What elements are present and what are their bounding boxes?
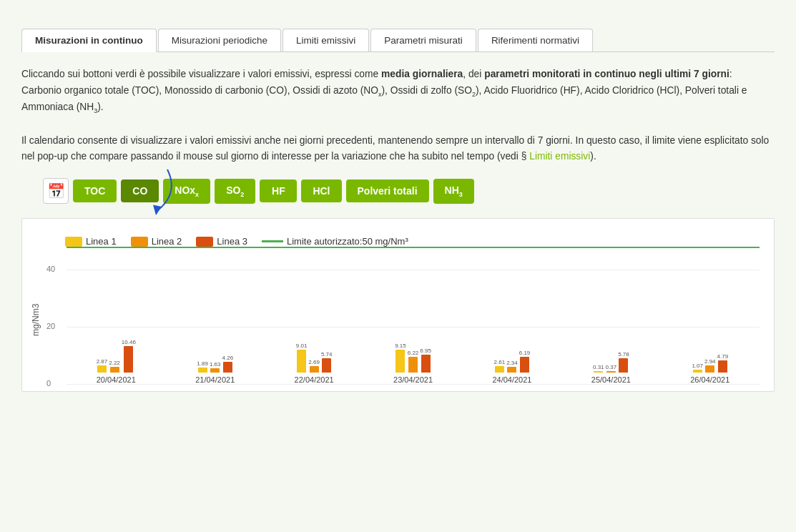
tab-limiti-emissivi[interactable]: Limiti emissivi — [282, 29, 369, 51]
bar-1-l2 — [210, 368, 220, 373]
param-btn-NOx[interactable]: NOxx — [163, 179, 210, 204]
chart-inner: 020402.872.2210.4620/04/20211.891.634.26… — [45, 255, 760, 384]
chart-area: mg/Nm3 020402.872.2210.4620/04/20211.891… — [29, 255, 760, 384]
bar-4-l3 — [520, 357, 529, 373]
legend-item-l2: Linea 2 — [131, 236, 182, 247]
bar-3-l1 — [395, 350, 405, 373]
bar-4-l1 — [495, 366, 504, 373]
bar-2-l3 — [322, 358, 331, 373]
legend-label-l3: Linea 3 — [217, 236, 247, 247]
bar-val-4-l2: 2.34 — [506, 360, 518, 366]
calendar-button[interactable]: 📅 — [43, 178, 69, 204]
day-label-1: 21/04/2021 — [195, 375, 235, 384]
legend-label-l2: Linea 2 — [152, 236, 182, 247]
day-group-6: 1.072.944.7926/04/2021 — [690, 353, 729, 384]
tab-riferimenti-normativi[interactable]: Riferimenti normativi — [478, 29, 593, 51]
legend-limit-line — [262, 240, 283, 242]
bars-row: 2.872.2210.4620/04/20211.891.634.2621/04… — [67, 255, 760, 384]
bar-2-l1 — [297, 350, 306, 373]
bar-6-l1 — [693, 370, 702, 373]
bar-0-l3 — [124, 346, 133, 373]
bar-6-l2 — [705, 365, 714, 373]
grid-line-0 — [67, 384, 760, 385]
legend-item-l3: Linea 3 — [196, 236, 247, 247]
bar-val-5-l1: 0.31 — [593, 364, 604, 370]
bar-1-l3 — [223, 362, 232, 373]
bar-val-4-l1: 2.61 — [494, 359, 506, 365]
bar-1-l1 — [198, 368, 207, 373]
legend-limit-label: Limite autorizzato:50 mg/Nm³ — [287, 236, 408, 247]
bar-0-l2 — [110, 367, 119, 373]
bar-val-1-l3: 4.26 — [222, 355, 234, 361]
bar-val-0-l1: 2.87 — [97, 358, 108, 365]
tab-parametri-misurati[interactable]: Parametri misurati — [370, 29, 476, 51]
bar-2-l2 — [310, 366, 319, 373]
legend-item-l1: Linea 1 — [65, 236, 117, 247]
chart-legend: Linea 1Linea 2Linea 3Limite autorizzato:… — [65, 236, 760, 247]
param-btn-Polveri[interactable]: Polveri totali — [346, 179, 429, 202]
param-btn-HCl[interactable]: HCl — [301, 179, 341, 202]
bar-val-3-l1: 9.15 — [395, 343, 406, 349]
param-btn-NH3[interactable]: NH3 — [433, 179, 474, 204]
bar-5-l3 — [619, 358, 628, 373]
day-label-6: 26/04/2021 — [690, 375, 729, 384]
legend-color-l2 — [131, 237, 148, 247]
day-group-0: 2.872.2210.4620/04/2021 — [97, 339, 136, 384]
day-group-3: 9.156.226.9523/04/2021 — [393, 343, 433, 385]
limit-line — [67, 247, 760, 248]
bar-val-0-l2: 2.22 — [109, 360, 120, 366]
tab-misurazioni-continuo[interactable]: Misurazioni in continuo — [21, 29, 157, 52]
params-row: 📅 TOCCONOxxSO2HFHClPolveri totaliNH3 — [21, 178, 775, 204]
bar-val-1-l1: 1.89 — [197, 360, 208, 367]
day-label-0: 20/04/2021 — [97, 375, 136, 384]
day-group-4: 2.612.346.1924/04/2021 — [492, 350, 531, 384]
bar-3-l2 — [408, 357, 418, 373]
day-label-5: 25/04/2021 — [591, 375, 631, 384]
param-btn-HF[interactable]: HF — [260, 179, 297, 202]
bar-val-5-l3: 5.78 — [618, 351, 629, 358]
day-group-2: 9.012.695.7422/04/2021 — [295, 343, 334, 384]
legend-color-l1 — [65, 237, 82, 247]
y-tick-0: 0 — [46, 379, 51, 388]
tab-misurazioni-periodiche[interactable]: Misurazioni periodiche — [158, 29, 281, 51]
bar-3-l3 — [421, 355, 431, 373]
bar-val-5-l2: 0.37 — [606, 364, 617, 370]
param-btn-TOC[interactable]: TOC — [73, 179, 117, 202]
legend-item-limit: Limite autorizzato:50 mg/Nm³ — [262, 236, 408, 247]
bar-6-l3 — [718, 360, 727, 373]
chart-container: Linea 1Linea 2Linea 3Limite autorizzato:… — [21, 218, 775, 392]
param-btn-SO2[interactable]: SO2 — [215, 179, 255, 204]
day-group-5: 0.310.375.7825/04/2021 — [591, 351, 631, 385]
svg-marker-0 — [153, 205, 162, 215]
chart-relative: 020402.872.2210.4620/04/20211.891.634.26… — [45, 255, 760, 384]
bar-val-2-l1: 9.01 — [296, 343, 308, 349]
y-axis-label: mg/Nm3 — [29, 255, 42, 384]
bar-0-l1 — [97, 365, 107, 373]
bar-5-l2 — [606, 371, 616, 373]
description-block: Cliccando sui bottoni verdi è possibile … — [21, 66, 775, 165]
day-label-2: 22/04/2021 — [295, 375, 334, 384]
y-tick-20: 20 — [46, 322, 55, 330]
day-group-1: 1.891.634.2621/04/2021 — [195, 355, 235, 384]
bar-val-1-l2: 1.63 — [210, 361, 221, 368]
bar-4-l2 — [507, 367, 516, 373]
bar-val-3-l3: 6.95 — [420, 348, 431, 354]
bar-val-4-l3: 6.19 — [519, 350, 531, 356]
day-label-3: 23/04/2021 — [393, 375, 433, 384]
bar-val-2-l2: 2.69 — [308, 359, 320, 365]
tabs-bar: Misurazioni in continuoMisurazioni perio… — [21, 29, 775, 52]
day-label-4: 24/04/2021 — [492, 375, 531, 384]
bar-val-2-l3: 5.74 — [321, 351, 333, 358]
bar-5-l1 — [594, 371, 603, 373]
legend-label-l1: Linea 1 — [86, 236, 117, 247]
limiti-emissivi-link[interactable]: Limiti emissivi — [529, 151, 590, 162]
y-tick-40: 40 — [46, 265, 55, 273]
bar-val-0-l3: 10.46 — [122, 339, 136, 345]
bar-val-6-l1: 1.07 — [692, 363, 703, 369]
legend-color-l3 — [196, 237, 213, 247]
bar-val-6-l2: 2.94 — [704, 358, 716, 365]
bar-val-3-l2: 6.22 — [408, 350, 419, 356]
param-btn-CO[interactable]: CO — [121, 179, 159, 202]
bar-val-6-l3: 4.79 — [717, 353, 729, 360]
